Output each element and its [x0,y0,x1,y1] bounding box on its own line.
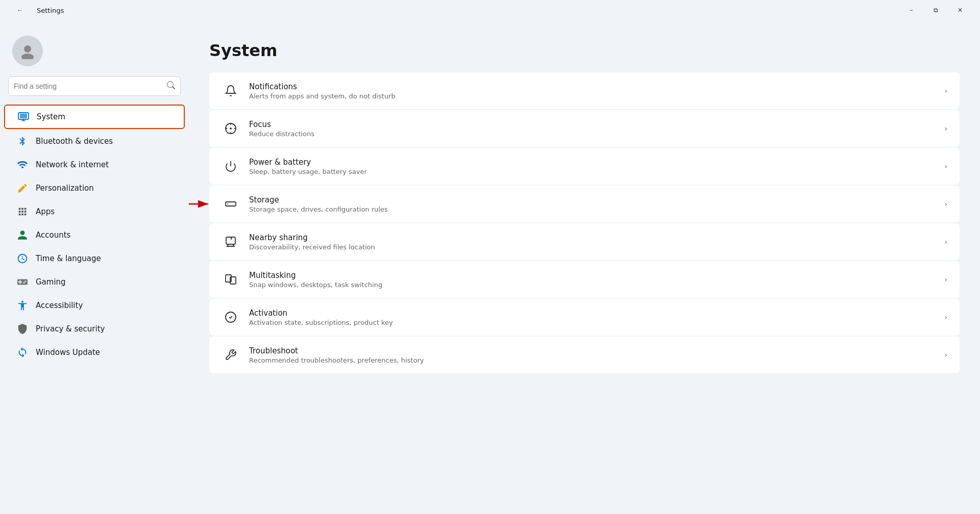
settings-item-nearby[interactable]: Nearby sharing Discoverability, received… [209,223,960,260]
personalization-icon [16,182,29,194]
apps-icon [16,205,29,218]
accounts-icon [16,229,29,241]
sidebar-item-accounts[interactable]: Accounts [4,224,185,246]
settings-item-power[interactable]: Power & battery Sleep, battery usage, ba… [209,148,960,185]
main-content: System Notifications Alerts from apps an… [189,20,980,514]
sidebar-item-network[interactable]: Network & internet [4,153,185,176]
sidebar-item-bluetooth[interactable]: Bluetooth & devices [4,130,185,152]
settings-item-troubleshoot[interactable]: Troubleshoot Recommended troubleshooters… [209,337,960,373]
app-window: System Bluetooth & devices Network & int… [0,20,980,514]
maximize-button[interactable]: ⧉ [924,2,947,18]
search-icon [167,81,175,91]
focus-icon [222,119,240,138]
sidebar-item-personalization[interactable]: Personalization [4,177,185,199]
minimize-button[interactable]: − [899,2,923,18]
sidebar-item-personalization-label: Personalization [36,184,94,193]
multitasking-icon [222,270,240,289]
sidebar-item-privacy-label: Privacy & security [36,324,105,333]
power-title: Power & battery [249,158,944,167]
sidebar-item-system-label: System [37,112,65,121]
sidebar-item-accessibility-label: Accessibility [36,301,83,310]
sidebar-item-gaming[interactable]: Gaming [4,271,185,293]
back-button[interactable]: ← [8,2,32,18]
troubleshoot-subtitle: Recommended troubleshooters, preferences… [249,356,944,364]
focus-text: Focus Reduce distractions [249,120,944,138]
storage-subtitle: Storage space, drives, configuration rul… [249,205,944,213]
system-icon [17,111,30,123]
bluetooth-icon [16,135,29,147]
sidebar-item-update[interactable]: Windows Update [4,341,185,364]
sidebar-item-accessibility[interactable]: Accessibility [4,294,185,317]
sidebar-item-apps-label: Apps [36,207,55,216]
multitasking-title: Multitasking [249,271,944,280]
privacy-icon [16,323,29,335]
settings-item-focus[interactable]: Focus Reduce distractions › [209,110,960,147]
notifications-text: Notifications Alerts from apps and syste… [249,82,944,100]
sidebar-item-system[interactable]: System [4,105,185,129]
gaming-icon [16,276,29,288]
title-bar: ← Settings − ⧉ ✕ [0,0,980,20]
activation-text: Activation Activation state, subscriptio… [249,309,944,326]
sidebar-item-time[interactable]: Time & language [4,247,185,270]
troubleshoot-chevron: › [944,351,947,359]
sidebar-item-bluetooth-label: Bluetooth & devices [36,137,113,146]
svg-rect-3 [20,114,27,118]
storage-chevron: › [944,200,947,208]
sidebar: System Bluetooth & devices Network & int… [0,20,189,514]
svg-point-0 [24,45,31,53]
back-icon: ← [17,7,23,14]
activation-title: Activation [249,309,944,318]
sidebar-item-update-label: Windows Update [36,348,100,357]
search-box-wrap [0,76,189,104]
title-bar-left: ← Settings [8,2,64,18]
notifications-chevron: › [944,87,947,95]
svg-point-1 [21,54,34,59]
storage-title: Storage [249,195,944,204]
search-box[interactable] [8,76,181,96]
svg-rect-5 [23,119,24,120]
sidebar-item-gaming-label: Gaming [36,277,66,287]
sidebar-item-privacy[interactable]: Privacy & security [4,318,185,340]
page-title: System [209,41,960,60]
power-subtitle: Sleep, battery usage, battery saver [249,168,944,175]
sidebar-item-time-label: Time & language [36,254,101,263]
troubleshoot-title: Troubleshoot [249,346,944,355]
accessibility-icon [16,299,29,312]
sidebar-item-accounts-label: Accounts [36,230,70,240]
focus-title: Focus [249,120,944,129]
svg-point-7 [230,128,231,129]
storage-text: Storage Storage space, drives, configura… [249,195,944,213]
troubleshoot-icon [222,346,240,364]
settings-item-storage[interactable]: Storage Storage space, drives, configura… [209,186,960,222]
activation-icon [222,308,240,326]
title-bar-title: Settings [37,7,64,14]
sidebar-item-network-label: Network & internet [36,160,109,169]
title-bar-controls: − ⧉ ✕ [899,2,972,18]
power-icon [222,157,240,175]
activation-subtitle: Activation state, subscriptions, product… [249,319,944,326]
svg-rect-4 [21,120,26,121]
focus-chevron: › [944,124,947,133]
nearby-chevron: › [944,238,947,246]
search-input[interactable] [14,82,163,90]
close-button[interactable]: ✕ [948,2,972,18]
settings-item-activation[interactable]: Activation Activation state, subscriptio… [209,299,960,336]
settings-item-notifications[interactable]: Notifications Alerts from apps and syste… [209,72,960,109]
multitasking-chevron: › [944,275,947,284]
avatar[interactable] [12,36,43,66]
sidebar-item-apps[interactable]: Apps [4,200,185,223]
update-icon [16,346,29,358]
red-arrow-annotation [189,196,214,212]
settings-item-multitasking[interactable]: Multitasking Snap windows, desktops, tas… [209,261,960,298]
notifications-title: Notifications [249,82,944,91]
notifications-icon [222,82,240,100]
settings-list: Notifications Alerts from apps and syste… [209,72,960,373]
troubleshoot-text: Troubleshoot Recommended troubleshooters… [249,346,944,364]
time-icon [16,252,29,265]
notifications-subtitle: Alerts from apps and system, do not dist… [249,92,944,100]
multitasking-subtitle: Snap windows, desktops, task switching [249,281,944,289]
focus-subtitle: Reduce distractions [249,130,944,138]
avatar-area [0,31,189,76]
nearby-text: Nearby sharing Discoverability, received… [249,233,944,251]
nearby-title: Nearby sharing [249,233,944,242]
